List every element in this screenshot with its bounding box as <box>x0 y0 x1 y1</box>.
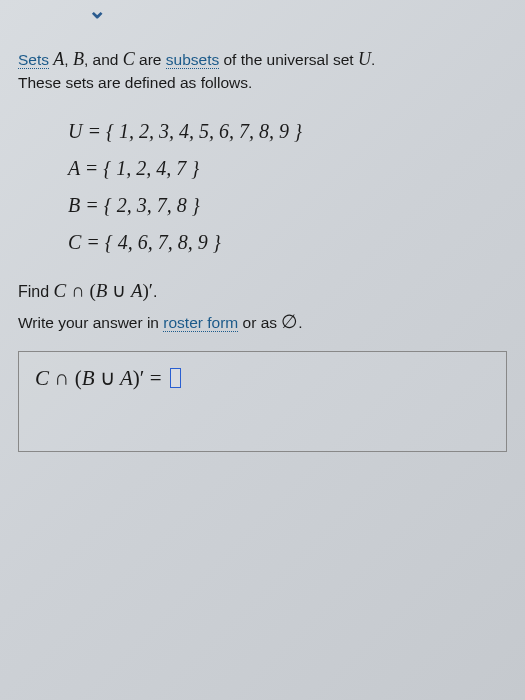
answer-expression: C ∩ (B ∪ A)′ <box>35 366 150 390</box>
find-instruction: Find C ∩ (B ∪ A)′. <box>18 279 507 302</box>
set-definitions: U = { 1, 2, 3, 4, 5, 6, 7, 8, 9 } A = { … <box>68 113 507 261</box>
answer-box: C ∩ (B ∪ A)′ = <box>18 351 507 452</box>
problem-intro: Sets A, B, and C are subsets of the univ… <box>18 46 507 95</box>
roster-form-link[interactable]: roster form <box>163 314 238 332</box>
var-b: B <box>73 49 84 69</box>
set-c: C = { 4, 6, 7, 8, 9 } <box>68 224 507 261</box>
empty-set-symbol: ∅ <box>281 311 298 332</box>
var-u: U <box>358 49 371 69</box>
dropdown-chevron[interactable]: ⌄ <box>88 0 106 24</box>
answer-input[interactable] <box>170 368 181 388</box>
var-c: C <box>123 49 135 69</box>
set-b: B = { 2, 3, 7, 8 } <box>68 187 507 224</box>
subsets-link[interactable]: subsets <box>166 51 219 69</box>
var-a: A <box>53 49 64 69</box>
equals-sign: = <box>150 366 167 390</box>
chevron-down-icon: ⌄ <box>88 0 106 23</box>
intro-line2: These sets are defined as follows. <box>18 74 252 91</box>
write-instruction: Write your answer in roster form or as ∅… <box>18 310 507 333</box>
sets-link[interactable]: Sets <box>18 51 49 69</box>
set-a: A = { 1, 2, 4, 7 } <box>68 150 507 187</box>
set-u: U = { 1, 2, 3, 4, 5, 6, 7, 8, 9 } <box>68 113 507 150</box>
